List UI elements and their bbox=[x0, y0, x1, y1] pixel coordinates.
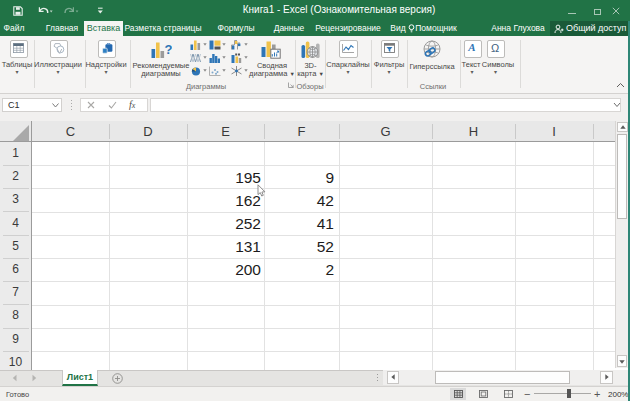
svg-text:?: ? bbox=[165, 42, 173, 57]
